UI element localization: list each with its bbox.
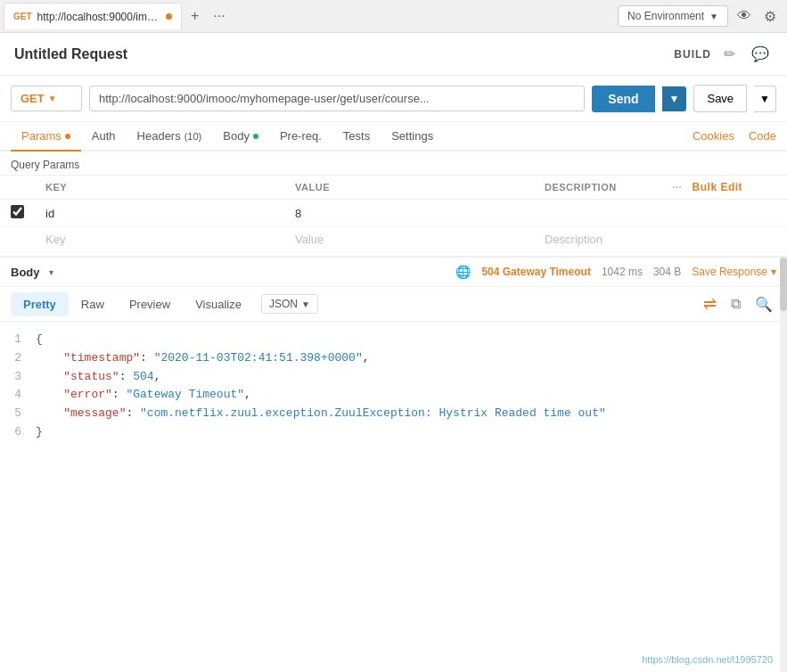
status-text: 504 Gateway Timeout — [481, 266, 591, 278]
build-label: BUILD — [674, 48, 711, 61]
method-chevron-icon: ▼ — [48, 94, 57, 103]
code-line-5: 5 "message": "com.netflix.zuul.exception… — [0, 405, 787, 423]
save-dropdown-button[interactable]: ▼ — [754, 86, 776, 112]
chevron-down-icon: ▼ — [709, 12, 718, 21]
tab-tests[interactable]: Tests — [332, 122, 381, 152]
response-area: Body ▾ 🌐 504 Gateway Timeout 1042 ms 304… — [0, 256, 787, 672]
th-value: VALUE — [284, 176, 534, 200]
body-dot — [253, 134, 258, 139]
env-label: No Environment — [627, 10, 704, 22]
code-line-1: 1 { — [0, 331, 787, 349]
environment-select[interactable]: No Environment ▼ — [618, 5, 728, 27]
status-info: 🌐 504 Gateway Timeout 1042 ms 304 B Save… — [455, 265, 776, 279]
comment-button[interactable]: 💬 — [748, 42, 773, 66]
body-chevron-icon[interactable]: ▾ — [49, 267, 53, 277]
headers-badge: (10) — [184, 131, 202, 142]
globe-icon: 🌐 — [455, 265, 471, 279]
response-header: Body ▾ 🌐 504 Gateway Timeout 1042 ms 304… — [0, 258, 787, 287]
bulk-edit-button[interactable]: Bulk Edit — [693, 181, 743, 193]
format-select[interactable]: JSON ▼ — [261, 294, 318, 314]
table-row: id 8 — [0, 200, 787, 227]
param-key: id — [35, 200, 284, 227]
tab-method: GET — [13, 12, 32, 21]
code-line-4: 4 "error": "Gateway Timeout", — [0, 386, 787, 405]
cookies-link[interactable]: Cookies — [693, 129, 734, 143]
tab-body[interactable]: Body — [212, 122, 269, 152]
new-tab-button[interactable]: + — [185, 4, 204, 28]
copy-button[interactable]: ⧉ — [727, 292, 744, 316]
resp-tab-preview[interactable]: Preview — [117, 292, 183, 316]
save-button[interactable]: Save — [693, 85, 747, 112]
tab-params[interactable]: Params — [11, 122, 81, 152]
request-title: Untitled Request — [14, 46, 127, 62]
code-link[interactable]: Code — [749, 129, 776, 143]
send-button[interactable]: Send — [592, 86, 654, 112]
th-desc: DESCRIPTION — [534, 176, 661, 200]
resp-tab-pretty[interactable]: Pretty — [11, 292, 69, 316]
method-label: GET — [20, 92, 45, 105]
save-response-label: Save Response — [692, 266, 767, 278]
settings-icon[interactable]: ⚙ — [760, 4, 780, 29]
wrap-icon[interactable]: ⇌ — [700, 291, 720, 317]
tab-headers[interactable]: Headers (10) — [127, 122, 213, 152]
send-dropdown-button[interactable]: ▼ — [662, 86, 687, 111]
tab-params-label: Params — [21, 129, 61, 143]
resp-tab-raw[interactable]: Raw — [69, 292, 117, 316]
placeholder-value[interactable]: Value — [295, 233, 324, 246]
response-code-block: 1 { 2 "timestamp": "2020-11-03T02:41:51.… — [0, 322, 787, 672]
placeholder-key[interactable]: Key — [45, 233, 65, 246]
tab-tests-label: Tests — [343, 129, 370, 143]
request-title-bar: Untitled Request BUILD ✏ 💬 — [0, 33, 787, 76]
query-params-label: Query Params — [0, 152, 787, 175]
watermark: https://blog.csdn.net/l1995720 — [642, 654, 773, 665]
param-value: 8 — [284, 200, 534, 227]
response-tabs: Pretty Raw Preview Visualize JSON ▼ ⇌ ⧉ … — [0, 287, 787, 322]
code-line-2: 2 "timestamp": "2020-11-03T02:41:51.398+… — [0, 349, 787, 368]
code-line-3: 3 "status": 504, — [0, 368, 787, 387]
url-bar: GET ▼ Send ▼ Save ▼ — [0, 76, 787, 122]
scrollbar-track[interactable] — [780, 258, 787, 672]
tab-unsaved-dot — [166, 13, 172, 20]
tab-prereq[interactable]: Pre-req. — [269, 122, 332, 152]
url-input[interactable] — [89, 86, 585, 111]
eye-icon[interactable]: 👁 — [734, 4, 755, 28]
tab-headers-label: Headers — [137, 129, 181, 143]
tab-prereq-label: Pre-req. — [280, 129, 322, 143]
tab-url: http://localhost:9000/imooc/m... — [37, 11, 160, 23]
table-row-placeholder: Key Value Description — [0, 227, 787, 252]
code-line-6: 6 } — [0, 423, 787, 442]
format-chevron-icon: ▼ — [301, 299, 310, 309]
save-response-chevron-icon: ▾ — [771, 266, 776, 278]
placeholder-desc[interactable]: Description — [545, 233, 603, 246]
th-actions: ··· Bulk Edit — [661, 176, 787, 200]
response-time: 1042 ms — [602, 266, 643, 278]
method-select[interactable]: GET ▼ — [11, 86, 82, 111]
tab-auth-label: Auth — [92, 129, 116, 143]
body-label: Body — [11, 266, 40, 279]
active-tab[interactable]: GET http://localhost:9000/imooc/m... — [4, 3, 182, 29]
th-key: KEY — [35, 176, 284, 200]
save-response-button[interactable]: Save Response ▾ — [692, 266, 776, 278]
query-params-section: Query Params KEY VALUE DESCRIPTION ··· B… — [0, 152, 787, 252]
row-checkbox[interactable] — [11, 205, 24, 218]
title-actions: BUILD ✏ 💬 — [674, 42, 773, 66]
scrollbar-thumb[interactable] — [780, 258, 787, 311]
edit-button[interactable]: ✏ — [720, 42, 739, 66]
tab-settings[interactable]: Settings — [381, 122, 444, 152]
search-button[interactable]: 🔍 — [751, 292, 776, 316]
tab-settings-label: Settings — [391, 129, 433, 143]
tabs-right: Cookies Code — [693, 129, 776, 143]
resp-actions: ⇌ ⧉ 🔍 — [700, 291, 776, 317]
param-desc — [534, 200, 661, 227]
params-table: KEY VALUE DESCRIPTION ··· Bulk Edit id 8 — [0, 175, 787, 252]
request-tabs-bar: Params Auth Headers (10) Body Pre-req. T… — [0, 122, 787, 152]
environment-bar: No Environment ▼ 👁 ⚙ — [618, 0, 787, 32]
params-dot — [65, 134, 70, 139]
format-label: JSON — [269, 298, 298, 310]
response-size: 304 B — [653, 266, 681, 278]
more-tabs-button[interactable]: ··· — [208, 4, 230, 28]
tab-body-label: Body — [223, 129, 250, 143]
resp-tab-visualize[interactable]: Visualize — [183, 292, 254, 316]
tab-auth[interactable]: Auth — [81, 122, 127, 152]
th-dots: ··· — [672, 182, 682, 193]
